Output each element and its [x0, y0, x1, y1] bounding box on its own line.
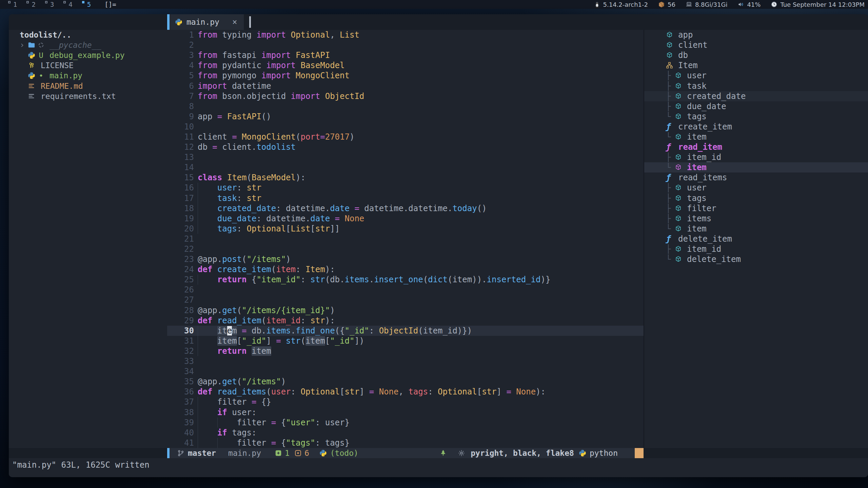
code-token: [ — [477, 387, 482, 396]
code-line-4[interactable]: 4from pydantic import BaseModel — [167, 60, 644, 70]
symbol-read-item[interactable]: ƒread_item — [644, 142, 868, 152]
symbol-delete-item[interactable]: └delete_item — [644, 254, 868, 264]
code-line-32[interactable]: 32 return item — [167, 346, 644, 356]
code-line-41[interactable]: 41 filter = {"tags": tags} — [167, 438, 644, 448]
code-token: filter — [198, 397, 252, 407]
code-line-15[interactable]: 15class Item(BaseModel): — [167, 172, 644, 183]
close-icon[interactable]: × — [232, 17, 237, 27]
code-line-38[interactable]: 38 if user: — [167, 407, 644, 417]
code-line-14[interactable]: 14 — [167, 162, 644, 172]
symbol-tags[interactable]: ├tags — [644, 193, 868, 203]
code-token: Optional — [300, 387, 340, 396]
symbol-items[interactable]: ├items — [644, 214, 868, 224]
code-line-6[interactable]: 6import datetime — [167, 81, 644, 91]
tree-root[interactable]: todolist/.. — [9, 30, 167, 40]
symbol-item-id[interactable]: ├item_id — [644, 152, 868, 162]
tree-item-debug-example-py[interactable]: Udebug_example.py — [9, 50, 167, 60]
code-line-25[interactable]: 25 return {"item_id": str(db.items.inser… — [167, 274, 644, 285]
code-line-37[interactable]: 37 filter = {} — [167, 397, 644, 407]
code-token: : — [428, 387, 438, 396]
code-line-2[interactable]: 2 — [167, 40, 644, 50]
code-line-31[interactable]: 31 item["_id"] = str(item["_id"]) — [167, 336, 644, 346]
code-line-39[interactable]: 39 filter = {"user": user} — [167, 418, 644, 428]
code-line-19[interactable]: 19 due_date: datetime.date = None — [167, 214, 644, 224]
workspace-2[interactable]: 2 — [22, 0, 40, 9]
symbol-user[interactable]: ├user — [644, 70, 868, 81]
workspace-3[interactable]: 3 — [40, 0, 59, 9]
line-number: 30 — [167, 326, 194, 336]
symbol-item[interactable]: Item — [644, 60, 868, 70]
code-line-22[interactable]: 22 — [167, 244, 644, 254]
tree-item--pycache-[interactable]: ›__pycache__ — [9, 40, 167, 50]
code-token — [198, 346, 217, 356]
symbol-created-date[interactable]: ├created_date — [644, 91, 868, 101]
symbol-task[interactable]: ├task — [644, 81, 868, 91]
tree-item-label: README.md — [41, 82, 83, 90]
code-line-10[interactable]: 10 — [167, 122, 644, 132]
file-tree-panel: todolist/.. ›__pycache__Udebug_example.p… — [9, 30, 167, 448]
code-line-24[interactable]: 24def create_item(item: Item): — [167, 264, 644, 274]
code-line-5[interactable]: 5from pymongo import MongoClient — [167, 70, 644, 81]
symbol-read-items[interactable]: ƒread_items — [644, 172, 868, 183]
code-token — [198, 275, 217, 284]
code-line-23[interactable]: 23@app.post("/items") — [167, 254, 644, 264]
code-line-29[interactable]: 29def read_item(item_id: str): — [167, 316, 644, 326]
code-text: return {"item_id": str(db.items.insert_o… — [198, 274, 550, 285]
code-line-21[interactable]: 21 — [167, 234, 644, 244]
code-line-17[interactable]: 17 task: str — [167, 193, 644, 203]
code-line-8[interactable]: 8 — [167, 101, 644, 111]
code-line-28[interactable]: 28@app.get("/items/{item_id}") — [167, 305, 644, 316]
workspace-1[interactable]: 1 — [3, 0, 22, 9]
symbol-client[interactable]: client — [644, 40, 868, 50]
code-line-27[interactable]: 27 — [167, 295, 644, 305]
code-editor[interactable]: 1from typing import Optional, List23from… — [167, 30, 644, 448]
symbol-item-id[interactable]: ├item_id — [644, 244, 868, 254]
code-line-40[interactable]: 40 if tags: — [167, 428, 644, 438]
code-line-33[interactable]: 33 — [167, 356, 644, 366]
line-number: 5 — [167, 71, 194, 80]
code-line-30[interactable]: 30 item = db.items.find_one({"_id": Obje… — [167, 326, 644, 336]
symbol-tags[interactable]: └tags — [644, 111, 868, 122]
code-token: ( — [266, 387, 271, 396]
code-line-13[interactable]: 13 — [167, 152, 644, 162]
line-number: 21 — [167, 234, 194, 244]
symbol-item[interactable]: └item — [644, 224, 868, 234]
tree-item-readme-md[interactable]: README.md — [9, 81, 167, 91]
code-line-16[interactable]: 16 user: str — [167, 183, 644, 193]
code-line-9[interactable]: 9app = FastAPI() — [167, 111, 644, 122]
symbol-create-item[interactable]: ƒcreate_item — [644, 122, 868, 132]
tree-item-license[interactable]: LICENSE — [9, 60, 167, 70]
symbol-item[interactable]: └item — [644, 132, 868, 142]
code-line-12[interactable]: 12db = client.todolist — [167, 142, 644, 152]
code-line-7[interactable]: 7from bson.objectid import ObjectId — [167, 91, 644, 101]
symbol-app[interactable]: app — [644, 30, 868, 40]
symbol-item[interactable]: └item — [644, 162, 868, 172]
symbol-delete-item[interactable]: ƒdelete_item — [644, 234, 868, 244]
code-line-18[interactable]: 18 created_date: datetime.date = datetim… — [167, 203, 644, 214]
code-line-36[interactable]: 36def read_items(user: Optional[str] = N… — [167, 387, 644, 397]
tree-item-requirements-txt[interactable]: requirements.txt — [9, 91, 167, 101]
symbol-user[interactable]: ├user — [644, 183, 868, 193]
module-text: 8.8Gi/31Gi — [695, 1, 728, 8]
code-token: filter — [198, 438, 271, 448]
buffer-tab-main-py[interactable]: main.py × — [170, 14, 244, 30]
tree-item-main-py[interactable]: •main.py — [9, 70, 167, 81]
code-text: import datetime — [198, 81, 271, 91]
line-number: 9 — [167, 112, 194, 121]
symbol-due-date[interactable]: ├due_date — [644, 101, 868, 111]
code-line-20[interactable]: 20 tags: Optional[List[str]] — [167, 224, 644, 234]
workspace-number: 2 — [32, 0, 35, 9]
symbol-db[interactable]: db — [644, 50, 868, 60]
workspace-5[interactable]: 5 — [77, 0, 96, 9]
code-line-3[interactable]: 3from fastapi import FastAPI — [167, 50, 644, 60]
code-line-1[interactable]: 1from typing import Optional, List — [167, 30, 644, 40]
code-line-35[interactable]: 35@app.get("/items") — [167, 377, 644, 387]
code-line-34[interactable]: 34 — [167, 366, 644, 377]
line-number: 22 — [167, 244, 194, 254]
symbol-filter[interactable]: ├filter — [644, 203, 868, 214]
code-line-11[interactable]: 11client = MongoClient(port=27017) — [167, 132, 644, 142]
tree-guide: └ — [666, 255, 675, 264]
layout-indicator: []= — [104, 1, 116, 8]
workspace-4[interactable]: 4 — [59, 0, 77, 9]
code-line-26[interactable]: 26 — [167, 285, 644, 295]
